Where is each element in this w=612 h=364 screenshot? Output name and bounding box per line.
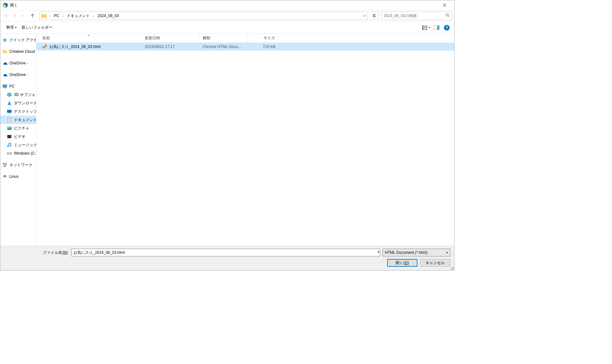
breadcrumb-item-documents[interactable]: ドキュメント [65,12,92,20]
titlebar: 開く [0,0,454,10]
svg-rect-6 [424,27,427,28]
navigation-tree[interactable]: クイック アクセスCreative Cloud FilesOneDrive - … [0,34,36,246]
svg-rect-12 [7,110,12,113]
svg-rect-27 [4,166,6,167]
filter-label: HTML Document (*.html) [385,250,427,255]
preview-pane-button[interactable] [432,24,441,32]
star-icon [2,37,7,43]
svg-rect-16 [8,120,10,120]
column-headers: 名前▴ 更新日時 種類 サイズ [36,34,454,43]
column-date[interactable]: 更新日時 [141,34,199,43]
svg-rect-9 [437,25,439,30]
breadcrumb-dropdown[interactable] [361,12,368,20]
sidebar-item-label: Windows (C:) [14,151,36,156]
file-type-cell: Chrome HTML Docu... [199,44,248,49]
cancel-button[interactable]: キャンセル [420,259,450,267]
svg-point-31 [5,176,6,177]
window-title: 開く [10,3,18,8]
new-folder-button[interactable]: 新しいフォルダー [19,24,55,32]
resize-grip[interactable] [450,266,454,270]
chevron-right-icon[interactable]: › [48,14,52,18]
svg-point-29 [4,177,6,178]
network-icon [2,162,7,168]
sidebar-item[interactable]: OneDrive - [0,59,36,67]
sidebar-item[interactable]: Linux [0,172,36,181]
sidebar-item[interactable]: ビデオ [0,132,36,141]
sidebar-item[interactable]: クイック アクセス [0,36,36,44]
folder-icon [2,49,7,54]
file-size-cell: 715 KB [248,44,279,49]
sidebar-item[interactable]: ドキュメント [0,116,36,124]
back-button[interactable] [2,12,10,20]
chrome-icon [42,44,47,49]
sidebar-item-label: デスクトップ [14,109,36,114]
sidebar-item[interactable]: ミュージック [0,141,36,149]
folder-icon [41,13,47,19]
refresh-button[interactable] [370,12,379,20]
svg-rect-22 [11,135,12,138]
file-row[interactable]: お気に入り_2024_06_03.html2024/06/03 17:17Chr… [36,43,454,51]
sidebar-item[interactable]: Windows (C:) [0,149,36,158]
sidebar-item-label: ダウンロード [14,101,36,106]
sidebar-item-label: ドキュメント [14,117,36,123]
svg-rect-4 [422,29,424,30]
sidebar-item[interactable]: デスクトップ [0,107,36,116]
organize-menu[interactable]: 整理▾ [4,24,19,32]
filename-input[interactable] [71,249,380,256]
chevron-right-icon[interactable]: › [92,14,95,18]
onedrive-icon [2,61,7,66]
forward-button[interactable] [11,12,18,20]
drive-icon [7,151,12,156]
column-size[interactable]: サイズ [248,34,279,43]
sidebar-item[interactable]: ピクチャ [0,124,36,132]
search-box[interactable] [381,12,452,20]
doc-icon [7,117,12,122]
sidebar-item[interactable]: ネットワーク [0,161,36,169]
sort-indicator-icon: ▴ [88,34,90,36]
svg-rect-15 [8,119,10,119]
organize-label: 整理 [6,25,14,30]
sidebar-item-label: 3D オブジェクト [14,92,36,98]
filename-label: ファイル名(N): [43,250,69,255]
svg-rect-5 [424,26,427,26]
video-icon [7,134,12,139]
svg-rect-7 [424,29,427,30]
svg-rect-17 [8,120,10,121]
svg-rect-21 [7,135,8,138]
sidebar-item-label: OneDrive - [9,61,28,65]
sidebar-item-label: クイック アクセス [9,37,36,43]
sidebar-item[interactable]: PC [0,82,36,91]
sidebar-item-label: ビデオ [14,134,25,139]
chevron-right-icon[interactable]: › [61,14,65,18]
file-type-filter[interactable]: HTML Document (*.html) ▾ [383,249,450,256]
svg-rect-25 [3,163,5,164]
sidebar-item[interactable]: ダウンロード [0,99,36,107]
recent-dropdown[interactable] [19,12,27,20]
sidebar-item-label: ミュージック [14,142,36,148]
sidebar-item[interactable]: OneDrive - [0,71,36,79]
sidebar-item[interactable]: 3D オブジェクト [0,91,36,99]
sidebar-item[interactable]: Creative Cloud Files [0,47,36,56]
column-type[interactable]: 種類 [199,34,248,43]
footer: ファイル名(N): ▾ HTML Document (*.html) ▾ 開く(… [0,246,454,270]
open-button[interactable]: 開く(O) [387,259,417,267]
up-button[interactable] [29,12,36,20]
search-icon [445,13,450,19]
pic-icon [7,126,12,131]
navigation-bar: › PC › ドキュメント › 2024_06_03 [0,10,454,22]
file-name-cell: お気に入り_2024_06_03.html [36,44,141,50]
help-button[interactable]: ? [443,24,451,32]
breadcrumb[interactable]: › PC › ドキュメント › 2024_06_03 [40,12,368,20]
3d-icon [7,92,12,97]
command-bar: 整理▾ 新しいフォルダー ▾ ? [0,22,454,34]
svg-point-34 [44,46,46,48]
breadcrumb-item-folder[interactable]: 2024_06_03 [96,12,121,20]
file-list[interactable]: 名前▴ 更新日時 種類 サイズ お気に入り_2024_06_03.html202… [36,34,454,246]
breadcrumb-item-pc[interactable]: PC [52,12,61,20]
svg-rect-2 [422,25,424,27]
view-menu[interactable]: ▾ [422,24,430,32]
close-button[interactable] [437,0,452,10]
column-name[interactable]: 名前▴ [36,34,141,43]
search-input[interactable] [384,14,445,18]
desktop-icon [7,109,12,114]
